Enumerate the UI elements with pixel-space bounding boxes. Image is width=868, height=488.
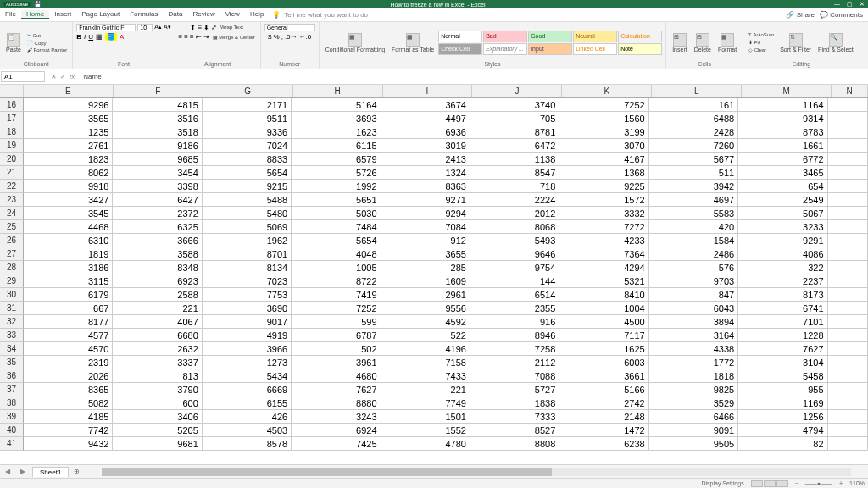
cell[interactable]: 9511 bbox=[203, 112, 292, 125]
cell[interactable]: 4680 bbox=[292, 369, 381, 382]
cell[interactable]: 912 bbox=[381, 234, 470, 247]
cell[interactable]: 3588 bbox=[113, 247, 202, 260]
fx-icon[interactable]: fx bbox=[70, 73, 75, 80]
cell[interactable]: 3529 bbox=[649, 396, 738, 409]
normal-view-icon[interactable] bbox=[751, 480, 763, 487]
cell[interactable]: 8363 bbox=[381, 180, 470, 192]
cell[interactable]: 654 bbox=[738, 180, 827, 192]
row-header[interactable]: 34 bbox=[0, 342, 24, 356]
cell[interactable]: 6427 bbox=[113, 193, 202, 206]
column-header[interactable]: H bbox=[293, 85, 383, 97]
align-bottom-icon[interactable]: ⬇ bbox=[203, 24, 209, 31]
style-explanatory[interactable]: Explanatory ... bbox=[483, 43, 527, 55]
cell[interactable]: 8880 bbox=[292, 396, 381, 409]
page-layout-view-icon[interactable] bbox=[764, 480, 776, 487]
cell[interactable]: 6043 bbox=[649, 302, 738, 314]
cell[interactable] bbox=[828, 125, 868, 138]
style-bad[interactable]: Bad bbox=[483, 30, 527, 42]
cell[interactable]: 3894 bbox=[649, 315, 738, 328]
cell[interactable]: 6924 bbox=[292, 424, 381, 436]
cell[interactable]: 1819 bbox=[24, 247, 113, 260]
cell[interactable] bbox=[828, 261, 868, 274]
orientation-icon[interactable]: ⤢ bbox=[211, 24, 217, 31]
maximize-icon[interactable]: ▢ bbox=[847, 1, 853, 8]
cell[interactable]: 3243 bbox=[292, 410, 381, 423]
cell[interactable]: 7484 bbox=[292, 220, 381, 233]
cell[interactable]: 9825 bbox=[649, 383, 738, 396]
cell[interactable]: 3666 bbox=[113, 234, 202, 247]
decrease-decimal-icon[interactable]: ←.0 bbox=[299, 33, 312, 41]
cell[interactable]: 1256 bbox=[738, 410, 827, 423]
autosum-button[interactable]: Σ AutoSum bbox=[747, 31, 776, 38]
italic-button[interactable]: I bbox=[84, 33, 86, 41]
cell[interactable]: 9271 bbox=[381, 193, 470, 206]
cell[interactable]: 3406 bbox=[113, 410, 202, 423]
row-header[interactable]: 22 bbox=[0, 180, 24, 193]
cell[interactable]: 2319 bbox=[24, 356, 113, 369]
row-header[interactable]: 27 bbox=[0, 247, 24, 261]
cell[interactable]: 3966 bbox=[203, 342, 292, 355]
spreadsheet-grid[interactable]: EFGHIJKLMN 16171819202122232425262728293… bbox=[0, 85, 868, 464]
cell[interactable]: 6325 bbox=[113, 220, 202, 233]
cell[interactable]: 6155 bbox=[203, 396, 292, 409]
cell[interactable]: 285 bbox=[381, 261, 470, 274]
cell[interactable]: 576 bbox=[649, 261, 738, 274]
cell[interactable] bbox=[828, 112, 868, 125]
tab-data[interactable]: Data bbox=[164, 10, 188, 19]
column-header[interactable]: I bbox=[383, 85, 473, 97]
decrease-indent-icon[interactable]: ⇤ bbox=[196, 33, 202, 41]
cell[interactable]: 1560 bbox=[559, 112, 648, 125]
row-header[interactable]: 28 bbox=[0, 261, 24, 274]
cell[interactable]: 3337 bbox=[113, 356, 202, 369]
cell[interactable]: 1838 bbox=[470, 396, 559, 409]
select-all-corner[interactable] bbox=[0, 85, 24, 97]
copy-button[interactable]: 📄 Copy bbox=[25, 39, 69, 47]
cell[interactable] bbox=[828, 166, 868, 179]
cut-button[interactable]: ✂ Cut bbox=[25, 31, 69, 39]
find-select-button[interactable]: 🔍Find & Select bbox=[815, 32, 856, 53]
cell[interactable]: 9703 bbox=[649, 274, 738, 287]
row-header[interactable]: 33 bbox=[0, 329, 24, 342]
style-check-cell[interactable]: Check Cell bbox=[438, 43, 482, 55]
column-header[interactable]: G bbox=[203, 85, 293, 97]
increase-decimal-icon[interactable]: .0→ bbox=[285, 33, 298, 41]
cell[interactable]: 9225 bbox=[559, 180, 648, 192]
cell[interactable]: 9294 bbox=[381, 207, 470, 219]
cell[interactable]: 1228 bbox=[738, 329, 827, 341]
cell[interactable]: 1572 bbox=[559, 193, 648, 206]
format-painter-button[interactable]: 🖌 Format Painter bbox=[25, 47, 69, 53]
cell[interactable]: 7742 bbox=[24, 424, 113, 436]
style-normal[interactable]: Normal bbox=[438, 30, 482, 42]
cell[interactable]: 1138 bbox=[470, 152, 559, 165]
cell[interactable]: 916 bbox=[470, 315, 559, 328]
enter-formula-icon[interactable]: ✓ bbox=[60, 73, 66, 80]
cell[interactable]: 1772 bbox=[649, 356, 738, 369]
cell[interactable]: 6466 bbox=[649, 410, 738, 423]
cell[interactable]: 955 bbox=[738, 383, 827, 396]
cell[interactable]: 9432 bbox=[24, 437, 113, 450]
style-input[interactable]: Input bbox=[528, 43, 572, 55]
cell[interactable]: 3465 bbox=[738, 166, 827, 179]
increase-indent-icon[interactable]: ⇥ bbox=[203, 33, 209, 41]
cell[interactable] bbox=[828, 383, 868, 396]
cell[interactable]: 1992 bbox=[292, 180, 381, 192]
cell[interactable]: 1005 bbox=[292, 261, 381, 274]
cell[interactable]: 7117 bbox=[559, 329, 648, 341]
cell[interactable]: 3070 bbox=[559, 139, 648, 152]
cell[interactable]: 2486 bbox=[649, 247, 738, 260]
style-linked-cell[interactable]: Linked Cell bbox=[573, 43, 617, 55]
cell[interactable]: 9336 bbox=[203, 125, 292, 138]
cell[interactable]: 3790 bbox=[113, 383, 202, 396]
cell[interactable]: 3740 bbox=[470, 98, 559, 111]
cell[interactable] bbox=[828, 247, 868, 260]
minimize-icon[interactable]: — bbox=[834, 1, 840, 8]
font-size-select[interactable]: 10 bbox=[137, 24, 153, 31]
cell[interactable]: 1661 bbox=[738, 139, 827, 152]
cell[interactable]: 1609 bbox=[381, 274, 470, 287]
cell[interactable] bbox=[828, 152, 868, 165]
increase-font-icon[interactable]: A▴ bbox=[154, 24, 162, 31]
cell[interactable] bbox=[828, 220, 868, 233]
cell[interactable]: 1169 bbox=[738, 396, 827, 409]
cell[interactable]: 5727 bbox=[470, 383, 559, 396]
cell[interactable]: 5458 bbox=[738, 369, 827, 382]
